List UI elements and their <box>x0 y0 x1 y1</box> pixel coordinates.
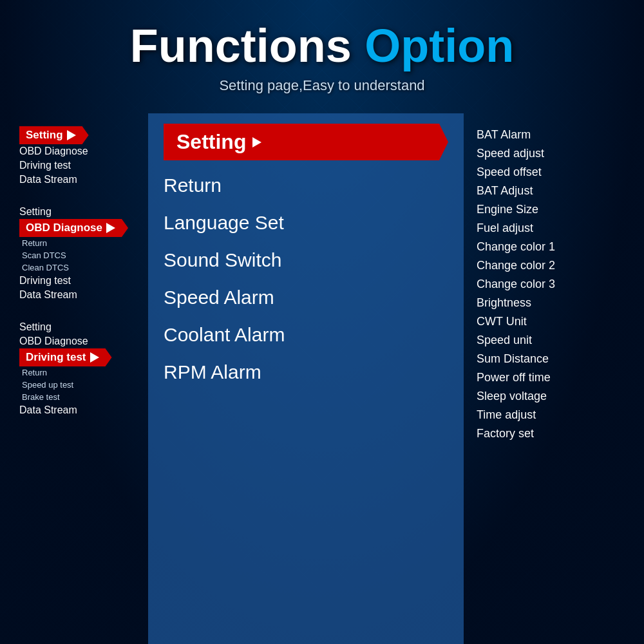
right-item-power-off-time[interactable]: Power off time <box>477 369 631 386</box>
page-subtitle: Setting page,Easy to understand <box>130 77 514 94</box>
left-item-driving-1[interactable]: Driving test <box>19 158 142 173</box>
left-item-driving-2[interactable]: Driving test <box>19 274 142 288</box>
left-item-brake-test[interactable]: Brake test <box>19 391 142 403</box>
left-item-setting-2[interactable]: Setting <box>19 205 142 219</box>
right-item-sleep-voltage[interactable]: Sleep voltage <box>477 388 631 405</box>
left-item-return-1[interactable]: Return <box>19 237 142 249</box>
right-item-bat-adjust[interactable]: BAT Adjust <box>477 182 631 200</box>
left-section-2: Setting OBD Diagnose Return Scan DTCS Cl… <box>19 205 142 302</box>
right-item-engine-size[interactable]: Engine Size <box>477 201 631 218</box>
left-item-data-3[interactable]: Data Stream <box>19 403 142 417</box>
mid-arrow-icon <box>252 137 261 147</box>
left-divider-2 <box>19 311 142 317</box>
left-divider-1 <box>19 196 142 202</box>
right-item-speed-adjust[interactable]: Speed adjust <box>477 145 631 162</box>
left-item-setting-3[interactable]: Setting <box>19 320 142 334</box>
right-item-fuel-adjust[interactable]: Fuel adjust <box>477 220 631 237</box>
left-item-data-2[interactable]: Data Stream <box>19 288 142 302</box>
page-header: Functions Option Setting page,Easy to un… <box>117 0 527 100</box>
right-item-bat-alarm[interactable]: BAT Alarm <box>477 126 631 144</box>
mid-column: Setting Return Language Set Sound Switch… <box>148 113 464 644</box>
mid-item-return[interactable]: Return <box>164 168 448 203</box>
right-column: BAT Alarm Speed adjust Speed offset BAT … <box>464 113 644 644</box>
left-item-scan-dtcs[interactable]: Scan DTCS <box>19 249 142 261</box>
mid-item-coolant-alarm[interactable]: Coolant Alarm <box>164 317 448 352</box>
arrow-icon-3 <box>90 352 99 363</box>
mid-item-rpm-alarm[interactable]: RPM Alarm <box>164 355 448 390</box>
right-item-factory-set[interactable]: Factory set <box>477 425 631 442</box>
right-item-change-color-1[interactable]: Change color 1 <box>477 238 631 256</box>
left-item-driving-3[interactable]: Driving test <box>19 348 112 366</box>
arrow-icon-2 <box>106 223 115 233</box>
left-item-return-2[interactable]: Return <box>19 366 142 379</box>
mid-item-speed-alarm[interactable]: Speed Alarm <box>164 280 448 315</box>
mid-item-language-set[interactable]: Language Set <box>164 205 448 240</box>
columns-wrapper: Setting OBD Diagnose Driving test Data S… <box>0 113 644 644</box>
right-item-change-color-3[interactable]: Change color 3 <box>477 276 631 293</box>
left-item-clean-dtcs[interactable]: Clean DTCS <box>19 261 142 274</box>
title-functions: Functions <box>130 20 352 71</box>
left-section-3: Setting OBD Diagnose Driving test Return… <box>19 320 142 417</box>
left-item-data-1[interactable]: Data Stream <box>19 173 142 187</box>
right-item-speed-unit[interactable]: Speed unit <box>477 332 631 349</box>
right-item-change-color-2[interactable]: Change color 2 <box>477 257 631 274</box>
left-item-setting-1[interactable]: Setting <box>19 126 89 144</box>
arrow-icon <box>67 130 76 140</box>
left-item-obd-1[interactable]: OBD Diagnose <box>19 144 142 158</box>
right-item-sum-distance[interactable]: Sum Distance <box>477 350 631 368</box>
title-option: Option <box>365 20 514 71</box>
mid-item-sound-switch[interactable]: Sound Switch <box>164 243 448 278</box>
left-section-1: Setting OBD Diagnose Driving test Data S… <box>19 126 142 187</box>
mid-item-setting[interactable]: Setting <box>164 124 448 160</box>
right-item-brightness[interactable]: Brightness <box>477 294 631 312</box>
right-item-time-adjust[interactable]: Time adjust <box>477 406 631 424</box>
left-item-obd-3[interactable]: OBD Diagnose <box>19 334 142 348</box>
left-item-obd-2[interactable]: OBD Diagnose <box>19 219 128 237</box>
left-column: Setting OBD Diagnose Driving test Data S… <box>0 113 148 644</box>
right-item-speed-offset[interactable]: Speed offset <box>477 164 631 181</box>
left-item-speed-up-test[interactable]: Speed up test <box>19 379 142 391</box>
right-item-cwt-unit[interactable]: CWT Unit <box>477 313 631 330</box>
